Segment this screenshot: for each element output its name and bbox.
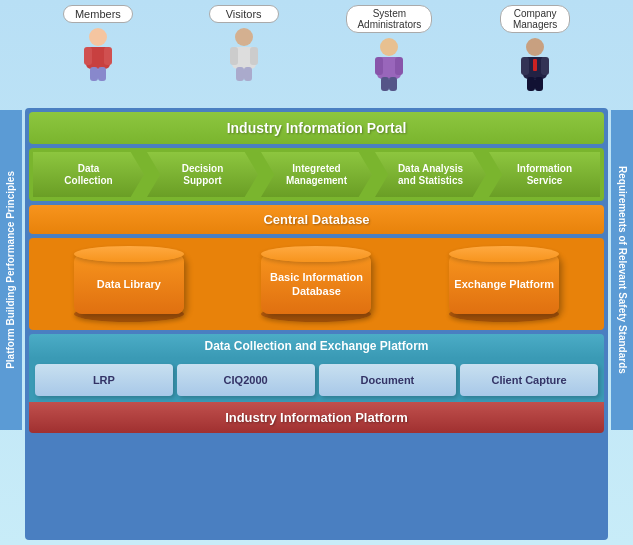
cylinder-exchange-platform-body: Exchange Platform [449,254,559,314]
users-row: Members Visitors [25,0,608,105]
svg-rect-9 [250,47,258,65]
central-db-bar: Central Database [29,205,604,234]
company-managers-figure [513,37,557,92]
svg-rect-10 [236,67,244,81]
side-label-left: Platform Building Performance Principles [0,110,22,430]
side-label-right: Requirements of Relevant Safety Standard… [611,110,633,430]
cylinders-row: Data Library Basic InformationDatabase E… [29,238,604,330]
svg-rect-22 [527,77,535,91]
cylinder-exchange-platform-top [449,246,559,262]
visitors-label: Visitors [209,5,279,23]
cylinder-basic-info-db-body: Basic InformationDatabase [261,254,371,314]
members-label: Members [63,5,133,23]
svg-rect-8 [230,47,238,65]
arrow-box-data-analysis: Data Analysisand Statistics [375,152,486,197]
company-managers-label: CompanyManagers [500,5,570,33]
portal-bar: Industry Information Portal [29,112,604,144]
system-administrators-icon [367,37,411,93]
svg-rect-5 [98,67,106,81]
system-administrators-label: SystemAdministrators [346,5,432,33]
members-icon [76,27,120,83]
svg-rect-15 [395,57,403,75]
bottom-box-lrp: LRP [35,364,173,396]
svg-rect-21 [541,57,549,75]
svg-rect-20 [521,57,529,75]
members-figure [76,27,120,82]
cylinder-data-library-body: Data Library [74,254,184,314]
arrow-box-information-service: InformationService [489,152,600,197]
svg-rect-23 [535,77,543,91]
exchange-platform-bar: Data Collection and Exchange Platform [29,334,604,358]
svg-rect-24 [533,59,537,71]
svg-rect-3 [104,47,112,65]
arrow-box-decision-support: DecisionSupport [147,152,258,197]
arrow-box-integrated-management: IntegretedManagement [261,152,372,197]
diagram-container: Members Visitors [0,0,633,545]
visitors-icon [222,27,266,83]
user-system-administrators: SystemAdministrators [334,5,444,92]
bottom-box-ciq2000: CIQ2000 [177,364,315,396]
bottom-box-client-capture: Client Capture [460,364,598,396]
svg-rect-14 [375,57,383,75]
svg-rect-4 [90,67,98,81]
svg-rect-2 [84,47,92,65]
svg-rect-16 [381,77,389,91]
user-visitors: Visitors [189,5,299,82]
bottom-boxes-row: LRP CIQ2000 Document Client Capture [29,358,604,402]
user-members: Members [43,5,153,82]
svg-rect-11 [244,67,252,81]
cylinder-basic-info-db-top [261,246,371,262]
arrow-box-data-collection: DataCollection [33,152,144,197]
svg-point-12 [380,38,398,56]
user-company-managers: CompanyManagers [480,5,590,92]
industry-platform-bar: Industry Information Platform [29,402,604,433]
cylinder-data-library-top [74,246,184,262]
visitors-figure [222,27,266,82]
cylinder-basic-info-db: Basic InformationDatabase [251,246,381,322]
cylinder-data-library: Data Library [64,246,194,322]
company-managers-icon [513,37,557,93]
platform-area: Industry Information Portal DataCollecti… [25,108,608,540]
svg-rect-17 [389,77,397,91]
bottom-box-document: Document [319,364,457,396]
system-administrators-figure [367,37,411,92]
svg-point-6 [235,28,253,46]
cylinder-exchange-platform: Exchange Platform [439,246,569,322]
svg-point-0 [89,28,107,46]
arrow-boxes-row: DataCollection DecisionSupport Integrete… [29,148,604,201]
svg-point-18 [526,38,544,56]
